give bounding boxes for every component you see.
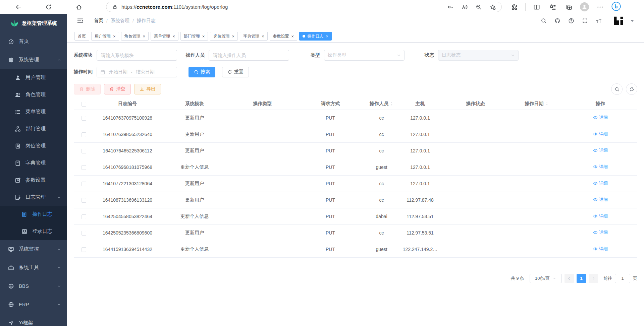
read-aloud-button[interactable]	[460, 2, 469, 12]
column-header[interactable]: 操作人员	[364, 98, 399, 110]
sidebar-item-bbs[interactable]: BBS	[0, 277, 67, 295]
refresh-table-button[interactable]	[626, 83, 637, 95]
bing-chat-button[interactable]: b	[611, 1, 621, 12]
type-select[interactable]: 操作类型	[324, 50, 405, 61]
tab-close-icon[interactable]: ×	[326, 34, 328, 39]
search-button[interactable]: 搜索	[189, 67, 215, 77]
column-header[interactable]: 操作日期	[510, 98, 564, 110]
detail-link[interactable]: 详细	[593, 246, 608, 252]
row-checkbox[interactable]	[82, 198, 86, 203]
home-button[interactable]	[73, 1, 85, 13]
sidebar-item-dict[interactable]: 字典管理	[0, 154, 67, 172]
breadcrumb-item[interactable]: 首页	[94, 18, 103, 24]
collections-button[interactable]	[564, 2, 574, 12]
tab-close-icon[interactable]: ×	[202, 34, 205, 39]
reload-button[interactable]	[43, 1, 54, 13]
browser-menu-button[interactable]	[595, 2, 605, 12]
detail-link[interactable]: 详细	[593, 180, 608, 186]
row-checkbox[interactable]	[82, 132, 86, 137]
column-header[interactable]: 请求方式	[297, 98, 364, 110]
tab-close-icon[interactable]: ×	[291, 34, 294, 39]
tab-post[interactable]: 岗位管理×	[210, 32, 238, 41]
export-button[interactable]: 导出	[134, 84, 161, 94]
tab-close-icon[interactable]: ×	[143, 34, 146, 39]
detail-link[interactable]: 详细	[593, 115, 608, 121]
module-input[interactable]	[97, 50, 177, 61]
sidebar-item-tools[interactable]: 系统工具	[0, 258, 67, 277]
sidebar-item-log[interactable]: 日志管理	[0, 189, 67, 206]
column-header[interactable]: 系统模块	[161, 98, 228, 110]
row-checkbox[interactable]	[82, 231, 86, 236]
zoom-out-button[interactable]	[474, 2, 483, 12]
current-page[interactable]: 1	[577, 274, 586, 283]
profile-avatar[interactable]	[580, 2, 589, 11]
sidebar-item-menu[interactable]: 菜单管理	[0, 103, 67, 120]
row-checkbox[interactable]	[82, 214, 86, 219]
column-header[interactable]: 日志编号	[94, 98, 161, 110]
tab-close-icon[interactable]: ×	[232, 34, 234, 39]
status-select[interactable]: 日志状态	[438, 50, 519, 61]
tab-user[interactable]: 用户管理×	[91, 32, 119, 41]
split-screen-button[interactable]	[532, 2, 542, 12]
tab-dict[interactable]: 字典管理×	[240, 32, 268, 41]
reset-button[interactable]: 重置	[222, 67, 249, 77]
yi-logo[interactable]	[613, 16, 624, 25]
add-favorite-button[interactable]	[488, 2, 497, 12]
prev-page-button[interactable]	[565, 274, 574, 283]
sidebar-item-dept[interactable]: 部门管理	[0, 120, 67, 137]
favorites-bar-button[interactable]	[548, 2, 558, 12]
clear-button[interactable]: 清空	[104, 84, 131, 94]
sidebar-item-monitor[interactable]: 系统监控	[0, 240, 67, 258]
goto-page-input[interactable]	[615, 274, 630, 283]
tab-role[interactable]: 角色管理×	[121, 32, 149, 41]
column-header[interactable]: 操作	[564, 98, 637, 110]
sidebar-item-operlog[interactable]: 操作日志	[0, 206, 67, 223]
breadcrumb-item[interactable]: 系统管理	[111, 18, 129, 24]
sidebar-item-yiframe[interactable]: Yi框架	[0, 314, 67, 326]
tab-home[interactable]: 首页	[74, 32, 89, 41]
delete-button[interactable]: 删除	[74, 84, 101, 94]
detail-link[interactable]: 详细	[593, 213, 608, 219]
sidebar-item-home[interactable]: 首页	[0, 32, 67, 51]
detail-link[interactable]: 详细	[593, 131, 608, 137]
fullscreen-button[interactable]	[581, 16, 589, 25]
tab-dept[interactable]: 部门管理×	[180, 32, 208, 41]
sidebar-item-user[interactable]: 用户管理	[0, 69, 67, 86]
show-search-toggle-button[interactable]	[611, 83, 623, 95]
github-button[interactable]	[553, 16, 562, 25]
tab-close-icon[interactable]: ×	[262, 34, 264, 39]
font-size-button[interactable]	[594, 16, 603, 25]
date-range-picker[interactable]: 开始日期 - 结束日期	[97, 67, 177, 77]
row-checkbox[interactable]	[82, 116, 86, 121]
tab-operlog[interactable]: 操作日志×	[299, 32, 332, 41]
header-search-button[interactable]	[539, 16, 548, 25]
row-checkbox[interactable]	[82, 182, 86, 186]
address-bar[interactable]: https://ccnetcore.com:1101/system/log/op…	[106, 2, 502, 12]
sidebar-item-role[interactable]: 角色管理	[0, 86, 67, 103]
sidebar-item-erp[interactable]: ERP	[0, 295, 67, 314]
tab-param[interactable]: 参数设置×	[270, 32, 298, 41]
row-checkbox[interactable]	[82, 149, 86, 153]
column-header[interactable]: 操作状态	[441, 98, 510, 110]
tab-close-icon[interactable]: ×	[172, 34, 175, 39]
sidebar-item-system[interactable]: 系统管理	[0, 51, 67, 69]
sidebar-toggle-button[interactable]	[74, 15, 86, 26]
sidebar-item-post[interactable]: 岗位管理	[0, 137, 67, 154]
detail-link[interactable]: 详细	[593, 147, 608, 153]
row-checkbox[interactable]	[82, 165, 86, 170]
detail-link[interactable]: 详细	[593, 164, 608, 170]
caret-down-icon[interactable]	[629, 18, 635, 24]
select-all-checkbox[interactable]	[82, 102, 86, 107]
column-header[interactable]: 主机	[399, 98, 441, 110]
sidebar-item-loginlog[interactable]: 登录日志	[0, 223, 67, 240]
next-page-button[interactable]	[589, 274, 598, 283]
operator-input[interactable]	[209, 50, 289, 61]
help-button[interactable]	[567, 16, 576, 25]
back-button[interactable]	[13, 1, 24, 13]
tab-menu[interactable]: 菜单管理×	[151, 32, 178, 41]
sidebar-item-param[interactable]: 参数设置	[0, 172, 67, 189]
row-checkbox[interactable]	[82, 247, 86, 252]
app-logo[interactable]: 意框架管理系统	[0, 14, 67, 32]
password-key-button[interactable]	[446, 2, 455, 12]
tab-close-icon[interactable]: ×	[113, 34, 116, 39]
